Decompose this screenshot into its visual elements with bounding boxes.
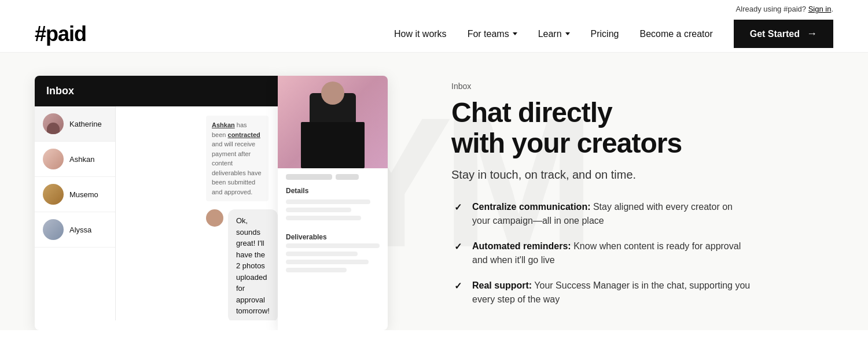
detail-line-1 xyxy=(286,199,370,204)
nav-links: How it works For teams Learn Pricing Bec… xyxy=(394,29,713,39)
avatar-alyssa xyxy=(43,219,64,240)
deliverable-line-1 xyxy=(286,243,380,248)
feature-item-1: ✓ Centralize communication: Stay aligned… xyxy=(451,200,752,228)
avatar-musemo xyxy=(43,184,64,205)
logo[interactable]: #paid xyxy=(35,22,86,46)
feature-label: Inbox xyxy=(451,82,752,91)
bubble-avatar xyxy=(206,209,223,227)
avatar-katherine xyxy=(43,113,64,134)
feature-item-text-3: Real support: Your Success Manager is in… xyxy=(472,279,752,306)
feature-item-text-1: Centralize communication: Stay aligned w… xyxy=(472,200,752,228)
ui-mockup: Inbox Katherine Ashkan xyxy=(35,76,417,330)
contact-musemo[interactable]: Musemo xyxy=(35,177,115,212)
inbox-contact-list: Katherine Ashkan Musemo xyxy=(35,106,116,320)
contact-alyssa[interactable]: Alyssa xyxy=(35,212,115,247)
creator-photo xyxy=(278,76,388,168)
chat-bubble-creator: Ok, sounds great! I'll have the 2 photos… xyxy=(206,209,269,320)
deliverable-line-2 xyxy=(286,252,358,256)
get-started-button[interactable]: Get Started → xyxy=(734,20,833,48)
contact-name-ashkan: Ashkan xyxy=(69,155,94,164)
feature-item-3: ✓ Real support: Your Success Manager is … xyxy=(451,279,752,306)
contact-ashkan[interactable]: Ashkan xyxy=(35,142,115,177)
creator-name-line-1 xyxy=(286,174,332,180)
feature-item-text-2: Automated reminders: Know when content i… xyxy=(472,239,752,267)
deliverable-line-3 xyxy=(286,260,369,264)
nav-item-how-it-works[interactable]: How it works xyxy=(394,29,447,39)
get-started-label: Get Started xyxy=(750,29,800,39)
signin-link[interactable]: Sign in xyxy=(808,5,832,13)
system-msg-name: Ashkan xyxy=(212,121,235,128)
navbar: #paid How it works For teams Learn Prici… xyxy=(0,16,868,53)
chevron-down-icon xyxy=(565,32,570,35)
deliverables-label: Deliverables xyxy=(278,228,388,243)
creator-details-section: Details xyxy=(278,182,388,228)
period: . xyxy=(831,5,833,13)
inbox-panel: Inbox Katherine Ashkan xyxy=(35,76,278,330)
already-text: Already using #paid? xyxy=(736,5,806,13)
feature-title-line1: Chat directly xyxy=(451,97,612,128)
top-bar: Already using #paid? Sign in . xyxy=(0,0,868,16)
feature-title: Chat directly with your creators xyxy=(451,98,752,159)
detail-line-2 xyxy=(286,208,351,212)
contact-name-alyssa: Alyssa xyxy=(69,226,91,234)
contact-name-katherine: Katherine xyxy=(69,120,102,128)
check-icon-2: ✓ xyxy=(451,241,464,253)
avatar-ashkan xyxy=(43,149,64,169)
right-content: Inbox Chat directly with your creators S… xyxy=(451,70,752,330)
chat-area: Ashkan has been contracted and will rece… xyxy=(197,106,278,320)
deliverable-line-4 xyxy=(286,268,347,272)
nav-item-learn[interactable]: Learn xyxy=(538,29,570,39)
details-label: Details xyxy=(286,187,380,195)
nav-item-for-teams[interactable]: For teams xyxy=(468,29,517,39)
creator-name-bar xyxy=(278,168,388,182)
main-content: #PAYM Inbox Katherine xyxy=(0,53,868,330)
bubble-text: Ok, sounds great! I'll have the 2 photos… xyxy=(228,209,278,320)
chevron-down-icon xyxy=(513,32,517,35)
inbox-header: Inbox xyxy=(35,76,278,106)
feature-item-2: ✓ Automated reminders: Know when content… xyxy=(451,239,752,267)
arrow-icon: → xyxy=(807,28,817,40)
creator-name-line-2 xyxy=(336,174,359,180)
creator-panel: Details Deliverables xyxy=(278,76,388,330)
feature-subtitle: Stay in touch, on track, and on time. xyxy=(451,168,752,182)
check-icon-1: ✓ xyxy=(451,201,464,214)
detail-line-3 xyxy=(286,216,361,220)
nav-item-pricing[interactable]: Pricing xyxy=(591,29,619,39)
system-message: Ashkan has been contracted and will rece… xyxy=(206,116,269,201)
feature-title-line2: with your creators xyxy=(451,128,682,158)
contact-katherine[interactable]: Katherine xyxy=(35,106,115,142)
nav-item-become-creator[interactable]: Become a creator xyxy=(639,29,712,39)
contact-name-musemo: Musemo xyxy=(69,190,98,199)
feature-list: ✓ Centralize communication: Stay aligned… xyxy=(451,200,752,306)
check-icon-3: ✓ xyxy=(451,280,464,293)
